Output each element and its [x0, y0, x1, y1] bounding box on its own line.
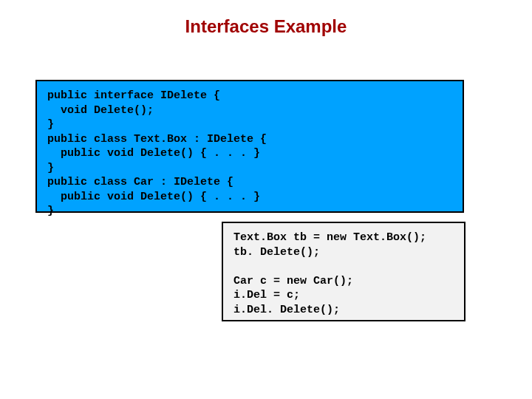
slide-title: Interfaces Example	[0, 16, 532, 37]
code-block-usage-example: Text.Box tb = new Text.Box(); tb. Delete…	[222, 222, 466, 321]
code-text-1: public interface IDelete { void Delete()…	[47, 89, 452, 219]
code-text-2: Text.Box tb = new Text.Box(); tb. Delete…	[233, 231, 454, 317]
code-block-interface-definitions: public interface IDelete { void Delete()…	[35, 80, 464, 213]
